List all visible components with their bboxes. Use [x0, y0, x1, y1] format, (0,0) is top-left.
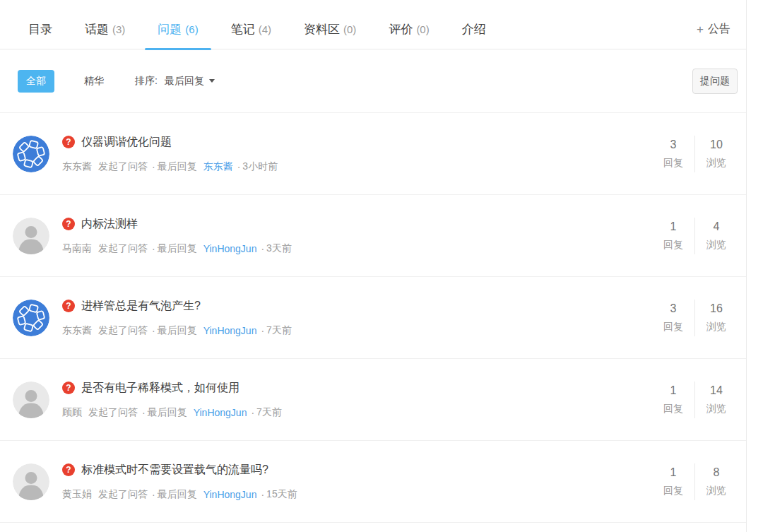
tab-intro[interactable]: 介绍 [462, 10, 486, 49]
ask-question-button[interactable]: 提问题 [692, 69, 738, 94]
tab-label: 目录 [28, 21, 52, 37]
question-stats: 3 回复 16 浏览 [652, 300, 738, 336]
replies-stat: 1 回复 [652, 384, 694, 415]
separator-dot: · [261, 489, 264, 500]
action-label: 发起了问答 [98, 324, 148, 337]
separator-dot: · [152, 325, 155, 336]
last-reply-label: 最后回复 [148, 406, 187, 419]
last-reply-user-link[interactable]: YinHongJun [203, 243, 257, 254]
question-badge-icon [62, 300, 75, 312]
tab-label: 资料区 [304, 21, 340, 37]
replies-count: 1 [652, 220, 694, 233]
last-reply-user-link[interactable]: YinHongJun [203, 489, 257, 500]
tab-count: (0) [343, 23, 356, 35]
last-reply-label: 最后回复 [158, 242, 197, 255]
tab-label: 话题 [85, 21, 109, 37]
replies-stat: 1 回复 [652, 220, 694, 252]
question-row[interactable]: 内标法测样 马南南 发起了问答 · 最后回复 YinHongJun · 3天前 … [0, 195, 746, 277]
tab-bar: 目录 话题 (3) 问题 (6) 笔记 (4) 资料区 (0) 评价 (0) 介… [0, 0, 746, 49]
avatar[interactable] [13, 382, 49, 418]
question-row[interactable]: 仪器调谐优化问题 东东酱 发起了问答 · 最后回复 东东酱 · 3小时前 3 [0, 113, 746, 195]
filter-bar: 全部 精华 排序: 最后回复 提问题 [0, 49, 746, 113]
views-stat: 4 浏览 [695, 220, 738, 252]
last-reply-user-link[interactable]: YinHongJun [194, 407, 247, 418]
tab-reviews[interactable]: 评价 (0) [389, 10, 429, 49]
separator-dot: · [142, 407, 146, 418]
action-label: 发起了问答 [98, 242, 148, 255]
question-title[interactable]: 进样管总是有气泡产生? [81, 299, 201, 314]
views-stat: 10 浏览 [695, 138, 738, 170]
tab-directory[interactable]: 目录 [28, 10, 52, 49]
tab-topics[interactable]: 话题 (3) [85, 10, 125, 49]
question-meta: 顾顾 发起了问答 · 最后回复 YinHongJun · 7天前 [62, 406, 652, 419]
views-count: 10 [695, 138, 738, 151]
question-title[interactable]: 内标法测样 [81, 217, 138, 232]
replies-stat: 3 回复 [652, 302, 694, 333]
replies-label: 回复 [652, 157, 694, 170]
replies-count: 3 [652, 302, 694, 315]
replies-label: 回复 [652, 485, 694, 497]
question-title[interactable]: 标准模式时不需要设置载气的流量吗? [81, 463, 268, 478]
question-time: 15天前 [266, 488, 297, 501]
question-list: 仪器调谐优化问题 东东酱 发起了问答 · 最后回复 东东酱 · 3小时前 3 [0, 113, 746, 523]
question-badge-icon [62, 136, 75, 148]
question-title[interactable]: 是否有电子稀释模式，如何使用 [81, 381, 239, 396]
person-icon [13, 382, 49, 418]
sort-dropdown[interactable]: 排序: 最后回复 [135, 75, 215, 88]
question-badge-icon [62, 463, 75, 476]
avatar[interactable] [13, 136, 49, 172]
question-meta: 黄玉娟 发起了问答 · 最后回复 YinHongJun · 15天前 [62, 488, 652, 501]
replies-stat: 1 回复 [652, 466, 694, 497]
views-count: 8 [695, 466, 738, 479]
views-label: 浏览 [695, 239, 738, 252]
question-row[interactable]: 标准模式时不需要设置载气的流量吗? 黄玉娟 发起了问答 · 最后回复 YinHo… [0, 441, 746, 523]
filter-all-chip[interactable]: 全部 [18, 70, 54, 93]
last-reply-user-link[interactable]: YinHongJun [203, 325, 257, 336]
views-stat: 8 浏览 [695, 466, 738, 497]
last-reply-user-link[interactable]: 东东酱 [203, 160, 233, 173]
author-name: 东东酱 [62, 324, 92, 337]
separator-dot: · [261, 325, 264, 336]
tab-questions[interactable]: 问题 (6) [158, 10, 198, 49]
views-count: 16 [695, 302, 738, 315]
question-time: 3小时前 [242, 160, 278, 173]
action-label: 发起了问答 [98, 160, 148, 173]
brand-logo-icon [13, 300, 49, 336]
replies-label: 回复 [652, 403, 694, 415]
avatar[interactable] [13, 300, 49, 336]
separator-dot: · [152, 161, 155, 172]
views-label: 浏览 [695, 403, 738, 415]
question-time: 3天前 [266, 242, 292, 255]
question-time: 7天前 [256, 406, 282, 419]
views-count: 14 [695, 384, 738, 397]
avatar[interactable] [13, 463, 49, 500]
separator-dot: · [152, 243, 155, 254]
question-row[interactable]: 是否有电子稀释模式，如何使用 顾顾 发起了问答 · 最后回复 YinHongJu… [0, 359, 746, 441]
question-stats: 1 回复 4 浏览 [652, 218, 738, 254]
tab-label: 问题 [158, 21, 182, 37]
filter-featured-chip[interactable]: 精华 [84, 75, 104, 88]
tab-materials[interactable]: 资料区 (0) [304, 10, 356, 49]
tab-count: (0) [416, 23, 429, 35]
author-name: 东东酱 [62, 160, 92, 173]
question-stats: 1 回复 8 浏览 [652, 463, 738, 500]
question-meta: 东东酱 发起了问答 · 最后回复 YinHongJun · 7天前 [62, 324, 652, 337]
question-row[interactable]: 进样管总是有气泡产生? 东东酱 发起了问答 · 最后回复 YinHongJun … [0, 277, 746, 359]
action-label: 发起了问答 [98, 488, 148, 501]
last-reply-label: 最后回复 [158, 324, 197, 337]
question-meta: 东东酱 发起了问答 · 最后回复 东东酱 · 3小时前 [62, 160, 652, 173]
avatar[interactable] [13, 218, 49, 254]
question-time: 7天前 [266, 324, 292, 337]
views-stat: 14 浏览 [695, 384, 738, 415]
announcement-button[interactable]: + 公告 [697, 22, 731, 37]
action-label: 发起了问答 [88, 406, 138, 419]
question-stats: 3 回复 10 浏览 [652, 136, 738, 172]
tab-label: 笔记 [231, 21, 255, 37]
sort-label: 排序: [135, 75, 158, 88]
question-title[interactable]: 仪器调谐优化问题 [81, 135, 172, 150]
views-count: 4 [695, 220, 738, 233]
sort-value: 最后回复 [165, 75, 204, 88]
person-icon [13, 463, 49, 500]
separator-dot: · [237, 161, 241, 172]
tab-notes[interactable]: 笔记 (4) [231, 10, 271, 49]
